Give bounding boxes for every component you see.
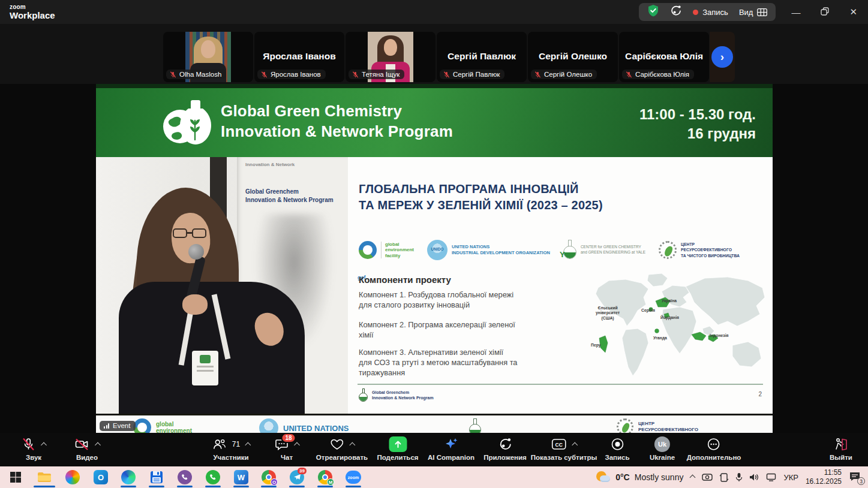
- telegram-icon[interactable]: 39: [289, 469, 305, 486]
- participant-tile[interactable]: Olha Maslosh: [163, 32, 253, 82]
- video-button[interactable]: Видео: [74, 436, 100, 461]
- speaker-body: [119, 282, 305, 414]
- system-tray: 0°C Mostly sunny УКР 11:55 16.12.2025 3: [596, 466, 868, 488]
- copilot-icon[interactable]: [64, 469, 81, 486]
- ai-companion-label: AI Companion: [428, 454, 474, 461]
- minimize-button[interactable]: —: [791, 7, 800, 17]
- share-button[interactable]: Поделиться: [377, 436, 418, 461]
- participants-caret[interactable]: [245, 442, 251, 448]
- word-icon[interactable]: W: [233, 469, 250, 486]
- close-button[interactable]: ✕: [849, 7, 857, 17]
- participant-tile[interactable]: Сарібєкова Юлія Сарібєкова Юлія: [619, 32, 709, 82]
- apps-layout-icon[interactable]: [670, 5, 682, 19]
- audio-button[interactable]: Звук: [22, 436, 46, 461]
- react-caret[interactable]: [349, 442, 355, 448]
- security-shield-icon[interactable]: [647, 4, 659, 20]
- network-tray-icon[interactable]: [766, 473, 776, 481]
- chrome-profile1-icon[interactable]: O: [260, 469, 277, 486]
- gear-leaf-icon: [659, 241, 677, 259]
- zoom-app-icon[interactable]: zoom: [345, 469, 362, 486]
- map-label-uganda: Уганда: [653, 336, 667, 341]
- map-label-serbia: Сербія: [641, 308, 655, 313]
- captions-button[interactable]: CC Показать субтитры: [531, 436, 597, 461]
- unido-line2: INDUSTRIAL DEVELOPMENT ORGANIZATION: [452, 250, 550, 257]
- participants-button[interactable]: 71 Участники: [212, 436, 250, 461]
- camera-tray-icon[interactable]: [702, 473, 713, 481]
- gef-text-bottom: global environment: [156, 421, 192, 433]
- view-button[interactable]: Вид: [739, 8, 768, 17]
- maximize-button[interactable]: [821, 7, 829, 17]
- participant-tile[interactable]: Сергій Павлюк Сергій Павлюк: [437, 32, 527, 82]
- gef-logo: gef global environment facility: [359, 241, 414, 259]
- tray-expand-caret[interactable]: [690, 474, 696, 480]
- program-title-line1: Global Green Chemistry: [221, 101, 453, 122]
- centre-line2-bottom: РЕСУРСОЕФЕКТИВНОГО: [638, 427, 698, 433]
- viber-icon[interactable]: [176, 469, 193, 486]
- mic-muted-icon: [626, 71, 632, 78]
- unido-logo-bottom: UNITED NATIONS: [259, 418, 349, 433]
- outlook-icon[interactable]: O: [92, 469, 109, 486]
- language-indicator[interactable]: УКР: [783, 473, 798, 482]
- captions-caret[interactable]: [572, 442, 578, 448]
- backdrop-top-text: Innovation & Network: [245, 162, 295, 167]
- react-button[interactable]: Отреагировать: [316, 436, 368, 461]
- screen-cast-icon[interactable]: [719, 473, 729, 482]
- next-participants-button[interactable]: ›: [711, 46, 733, 68]
- audio-label: Звук: [26, 454, 41, 461]
- participant-tile[interactable]: Ярослав Іванов Ярослав Іванов: [254, 32, 344, 82]
- ai-sparkle-icon: [443, 436, 459, 452]
- slide-title-line2: ТА МЕРЕЖ У ЗЕЛЕНІЙ ХІМІЇ (2023 – 2025): [359, 197, 603, 213]
- centre-line3: ТА ЧИСТОГО ВИРОБНИЦТВА: [681, 253, 740, 258]
- tray-time: 11:55: [806, 468, 842, 477]
- microphone-head: [188, 244, 204, 260]
- outlook-o: O: [94, 470, 108, 484]
- windows-logo-icon: [10, 471, 22, 483]
- gef-swirl-icon: [133, 418, 151, 433]
- mic-muted-icon: [534, 71, 541, 78]
- speaker-tray-icon[interactable]: [749, 473, 759, 481]
- share-label: Поделиться: [377, 454, 418, 461]
- participant-name-label: Сергій Олешко: [531, 70, 597, 79]
- leave-button[interactable]: Выйти: [830, 436, 852, 461]
- participant-tile[interactable]: Сергій Олешко Сергій Олешко: [528, 32, 618, 82]
- video-options-caret[interactable]: [95, 442, 101, 448]
- unido-globe-icon: [259, 418, 278, 433]
- chat-caret[interactable]: [294, 442, 300, 448]
- save-app-icon[interactable]: [148, 469, 165, 486]
- whatsapp-icon[interactable]: [205, 469, 221, 486]
- chrome-profile2-icon[interactable]: M: [317, 469, 334, 486]
- footer-line2: Innovation & Network Program: [372, 395, 434, 400]
- viber-phone: [178, 470, 192, 484]
- share-icon: [389, 436, 407, 452]
- window-controls: — ✕: [791, 7, 862, 17]
- avatar: Uk: [654, 436, 670, 452]
- event-quality-badge: Event: [100, 421, 136, 431]
- mic-tray-icon[interactable]: [735, 472, 743, 482]
- leave-icon: [833, 437, 849, 451]
- participant-name-label: Сергій Павлюк: [440, 70, 504, 79]
- user-avatar-button[interactable]: Uk Ukraine: [650, 436, 675, 461]
- record-button[interactable]: Запись: [605, 436, 629, 461]
- file-explorer-icon[interactable]: [36, 469, 53, 486]
- audio-options-caret[interactable]: [41, 442, 47, 448]
- footer-flask-icon: [359, 388, 368, 402]
- windows-taskbar: O W O: [0, 466, 868, 488]
- participant-name-label: Olha Maslosh: [166, 70, 226, 79]
- start-button[interactable]: [7, 469, 24, 486]
- notification-center[interactable]: 3: [849, 471, 862, 483]
- clock[interactable]: 11:55 16.12.2025: [806, 468, 842, 486]
- participant-tile[interactable]: Тетяна Іщук: [346, 32, 435, 82]
- weather-widget[interactable]: 0°C Mostly sunny: [596, 471, 683, 484]
- apps-button[interactable]: Приложения: [483, 436, 527, 461]
- floppy-icon: [150, 471, 163, 484]
- more-icon: [707, 437, 721, 451]
- chat-button[interactable]: 18 Чат: [275, 436, 299, 461]
- ai-companion-button[interactable]: AI Companion: [428, 436, 474, 461]
- participant-name: Сергій Олешко: [544, 71, 592, 78]
- yale-logo: Y CENTER for GREEN CHEMISTRY and GREEN E…: [563, 240, 645, 260]
- more-button[interactable]: Дополнительно: [687, 436, 741, 461]
- edge-icon[interactable]: [120, 469, 137, 486]
- slide-title-line1: ГЛОБАЛЬНА ПРОГРАМА ІННОВАЦІЙ: [359, 181, 603, 197]
- recording-label: Запись: [702, 8, 728, 17]
- telegram-plane: 39: [290, 470, 304, 484]
